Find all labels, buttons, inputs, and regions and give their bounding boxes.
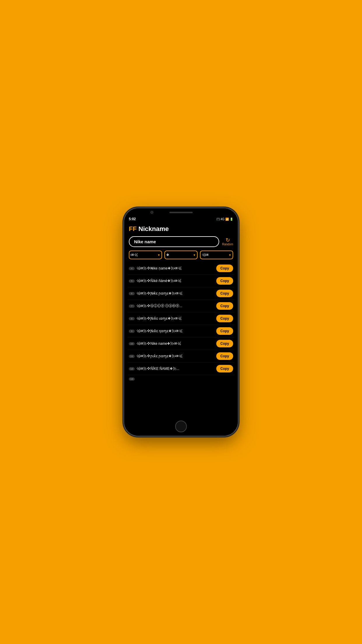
chevron-down-icon-3: ▼ bbox=[229, 253, 231, 257]
chevron-down-icon-1: ▼ bbox=[157, 253, 160, 257]
item-number: 6 bbox=[129, 292, 135, 295]
item-text: ꧁ꦲ꧂❖ŇĪKE ŇAME❖꧂... bbox=[136, 367, 215, 371]
status-bar: 5:02 📳 4G 📶 🔋 bbox=[124, 216, 238, 222]
copy-button[interactable]: Copy bbox=[216, 265, 233, 272]
item-number: 10 bbox=[129, 342, 135, 345]
copy-button[interactable]: Copy bbox=[216, 352, 233, 360]
item-number: 12 bbox=[129, 367, 135, 370]
partial-item-number: 13 bbox=[129, 377, 135, 381]
filter-row: ꦲ꧁ ▼ ❖ ▼ ꧁ꦲ ▼ bbox=[124, 249, 238, 261]
item-text: ꧁ꦲ꧂❖Ɲɨƙɛ ɲɑɱɛ❖꧂ꦲ꧁ bbox=[136, 291, 215, 295]
search-container[interactable]: Nike name bbox=[129, 236, 219, 247]
wifi-icon: 📶 bbox=[225, 218, 229, 221]
nickname-label: Nickname bbox=[137, 225, 169, 232]
filter-button-1[interactable]: ꦲ꧁ ▼ bbox=[129, 251, 162, 259]
nickname-item: 7꧁ꦲ꧂❖Ⓝⓘⓚⓔ ⓝⓐⓜⓔ...Copy bbox=[128, 300, 234, 312]
copy-button[interactable]: Copy bbox=[216, 290, 233, 297]
nickname-item: 8꧁ꦲ꧂❖Ɲɩƙɛ ɩɑɱɛ❖꧂ꦲ꧁Copy bbox=[128, 312, 234, 325]
status-icons: 📳 4G 📶 🔋 bbox=[216, 218, 233, 221]
search-value: Nike name bbox=[134, 239, 214, 244]
app-screen: FF Nickname Nike name ↻ Random ꦲ꧁ ▼ ❖ ▼ bbox=[124, 222, 238, 418]
item-number: 4 bbox=[129, 267, 135, 270]
nickname-item: 4꧁ꦲ꧂❖Ꞥike ṇame❖꧂ꦲ꧁Copy bbox=[128, 262, 234, 275]
nickname-item: 6꧁ꦲ꧂❖Ɲɨƙɛ ɲɑɱɛ❖꧂ꦲ꧁Copy bbox=[128, 287, 234, 300]
phone-bottom-bar bbox=[124, 418, 238, 436]
nickname-item: 10꧁ꦲ꧂❖Nike name❖꧂ꦲ꧁Copy bbox=[128, 337, 234, 350]
partial-item: 13 bbox=[128, 375, 234, 383]
random-icon: ↻ bbox=[226, 237, 230, 243]
item-text: ꧁ꦲ꧂❖Ɲɩƙɛ ɩɑɱɛ❖꧂ꦲ꧁ bbox=[136, 316, 215, 321]
filter-symbol-3: ꧁ꦲ bbox=[202, 253, 209, 257]
nickname-item: 12꧁ꦲ꧂❖ŇĪKE ŇAME❖꧂...Copy bbox=[128, 363, 234, 375]
nickname-list: 4꧁ꦲ꧂❖Ꞥike ṇame❖꧂ꦲ꧁Copy5꧁ꦲ꧂❖Ñïkë ñämë❖꧂ꦲ꧁… bbox=[124, 261, 238, 418]
vibrate-icon: 📳 bbox=[216, 218, 220, 221]
copy-button[interactable]: Copy bbox=[216, 315, 233, 322]
item-number: 11 bbox=[129, 355, 135, 358]
random-label: Random bbox=[222, 243, 233, 246]
copy-button[interactable]: Copy bbox=[216, 327, 233, 335]
filter-symbol-2: ❖ bbox=[166, 253, 169, 257]
copy-button[interactable]: Copy bbox=[216, 340, 233, 347]
battery-icon: 🔋 bbox=[230, 218, 233, 221]
copy-button[interactable]: Copy bbox=[216, 277, 233, 285]
item-text: ꧁ꦲ꧂❖Ꞥike ṇame❖꧂ꦲ꧁ bbox=[136, 266, 215, 270]
item-number: 8 bbox=[129, 317, 135, 320]
filter-button-2[interactable]: ❖ ▼ bbox=[164, 251, 198, 259]
phone-notch bbox=[124, 208, 238, 216]
status-time: 5:02 bbox=[129, 217, 136, 221]
item-number: 5 bbox=[129, 279, 135, 283]
item-text: ꧁ꦲ꧂❖Ⓝⓘⓚⓔ ⓝⓐⓜⓔ... bbox=[136, 304, 215, 308]
home-button[interactable] bbox=[175, 421, 187, 432]
nickname-item: 11꧁ꦲ꧂❖ɲɩƙɛ ɲɑɱɛ❖꧂ꦲ꧁Copy bbox=[128, 350, 234, 363]
phone-device: 5:02 📳 4G 📶 🔋 FF Nickname Nike name ↻ Ra… bbox=[124, 208, 238, 436]
item-text: ꧁ꦲ꧂❖Ñïkë ñämë❖꧂ꦲ꧁ bbox=[136, 279, 215, 283]
app-title: FF Nickname bbox=[129, 225, 233, 233]
item-number: 9 bbox=[129, 330, 135, 333]
copy-button[interactable]: Copy bbox=[216, 302, 233, 310]
phone-speaker bbox=[169, 212, 193, 213]
search-row: Nike name ↻ Random bbox=[124, 235, 238, 249]
chevron-down-icon-2: ▼ bbox=[193, 253, 196, 257]
item-text: ꧁ꦲ꧂❖ɲɩƙɛ ɲɑɱɛ❖꧂ꦲ꧁ bbox=[136, 354, 215, 358]
filter-button-3[interactable]: ꧁ꦲ ▼ bbox=[200, 251, 233, 259]
phone-camera bbox=[150, 211, 153, 214]
item-text: ꧁ꦲ꧂❖Ɲɩƙɛ ηɑɱɛ❖꧂ꦲ꧁ bbox=[136, 329, 215, 333]
signal-text: 4G bbox=[221, 218, 224, 221]
nickname-item: 5꧁ꦲ꧂❖Ñïkë ñämë❖꧂ꦲ꧁Copy bbox=[128, 275, 234, 287]
filter-symbol-1: ꦲ꧁ bbox=[131, 253, 138, 257]
nickname-item: 9꧁ꦲ꧂❖Ɲɩƙɛ ηɑɱɛ❖꧂ꦲ꧁Copy bbox=[128, 325, 234, 337]
random-button[interactable]: ↻ Random bbox=[222, 237, 233, 246]
app-header: FF Nickname bbox=[124, 222, 238, 235]
ff-label: FF bbox=[129, 225, 137, 232]
copy-button[interactable]: Copy bbox=[216, 365, 233, 372]
item-number: 7 bbox=[129, 304, 135, 308]
item-text: ꧁ꦲ꧂❖Nike name❖꧂ꦲ꧁ bbox=[136, 342, 215, 346]
